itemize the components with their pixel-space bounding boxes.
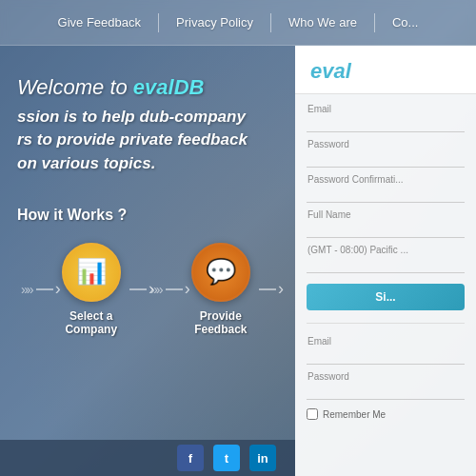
remember-me-checkbox[interactable] (307, 408, 318, 420)
login-password-input[interactable] (307, 384, 465, 400)
login-section: Email Password Remember Me (307, 336, 465, 420)
password-confirm-label: Password Confirmati... (307, 174, 465, 185)
timezone-input[interactable] (307, 257, 465, 273)
step-label-provide-feedback: Provide Feedback (183, 309, 259, 336)
facebook-icon[interactable]: f (177, 445, 204, 471)
panel-header: eval (295, 46, 476, 94)
nav-links: Give Feedback Privacy Policy Who We are … (41, 13, 436, 32)
arrow-dots-left: »» (21, 282, 32, 297)
fullname-input[interactable] (307, 222, 465, 238)
timezone-field-group: (GMT - 08:00) Pacific ... (307, 245, 465, 273)
welcome-title: Welcome to evalDB (17, 74, 276, 102)
login-password-label: Password (307, 371, 465, 382)
login-email-field-group: Email (307, 336, 465, 365)
step-select-company: 📊 Select a Company (53, 243, 129, 336)
arrow-line-1 (36, 288, 53, 290)
navbar: Give Feedback Privacy Policy Who We are … (0, 0, 476, 46)
password-confirm-field-group: Password Confirmati... (307, 174, 465, 203)
brand-name: evalDB (133, 75, 205, 99)
email-input[interactable] (307, 116, 465, 132)
nav-privacy-policy[interactable]: Privacy Policy (159, 15, 270, 30)
nav-give-feedback[interactable]: Give Feedback (41, 15, 158, 30)
linkedin-icon[interactable]: in (249, 445, 276, 471)
welcome-tagline: ssion is to help dub-company rs to provi… (17, 106, 276, 176)
remember-me-label: Remember Me (323, 409, 386, 420)
how-it-works-section: How it Works ? »» 📊 Select a Company »» … (17, 207, 276, 336)
arrow-line-3 (166, 288, 183, 290)
arrow-line-2 (129, 288, 147, 290)
main-content: Welcome to evalDB ssion is to help dub-c… (0, 46, 476, 476)
panel-body: Email Password Password Confirmati... Fu… (295, 94, 476, 476)
nav-who-we-are[interactable]: Who We are (271, 15, 374, 30)
footer: f t in (0, 440, 295, 476)
step-icon-select-company: 📊 (62, 243, 121, 302)
step-provide-feedback: 💬 Provide Feedback (183, 243, 259, 336)
password-field-group: Password (307, 139, 465, 168)
left-section: Welcome to evalDB ssion is to help dub-c… (0, 46, 295, 476)
right-panel: eval Email Password Password Confirmati.… (295, 46, 476, 476)
nav-contact[interactable]: Co... (375, 15, 435, 30)
tagline-line2: rs to provide private feedback (17, 130, 248, 149)
step-label-select-company: Select a Company (53, 309, 129, 336)
signup-button[interactable]: Si... (307, 284, 465, 310)
arrow-line-4 (259, 288, 276, 290)
email-label: Email (307, 104, 465, 114)
panel-brand: eval (310, 59, 461, 84)
steps-row: »» 📊 Select a Company »» 💬 Provide Feedb… (17, 243, 276, 336)
tagline-line3: on various topics. (17, 154, 155, 172)
email-field-group: Email (307, 104, 465, 132)
twitter-icon[interactable]: t (213, 445, 240, 471)
remember-me-row: Remember Me (307, 408, 465, 420)
password-input[interactable] (307, 151, 465, 168)
login-email-input[interactable] (307, 348, 465, 365)
how-it-works-title: How it Works ? (17, 207, 276, 224)
panel-divider (307, 323, 465, 324)
timezone-label: (GMT - 08:00) Pacific ... (307, 245, 465, 255)
panel-brand-text: eval (310, 59, 351, 83)
step-icon-provide-feedback: 💬 (191, 243, 250, 302)
tagline-line1: ssion is to help dub-company (17, 108, 246, 126)
login-password-field-group: Password (307, 371, 465, 400)
fullname-field-group: Full Name (307, 209, 465, 238)
fullname-label: Full Name (307, 209, 465, 220)
welcome-prefix: Welcome to (17, 75, 133, 99)
password-label: Password (307, 139, 465, 149)
password-confirm-input[interactable] (307, 187, 465, 203)
login-email-label: Email (307, 336, 465, 347)
